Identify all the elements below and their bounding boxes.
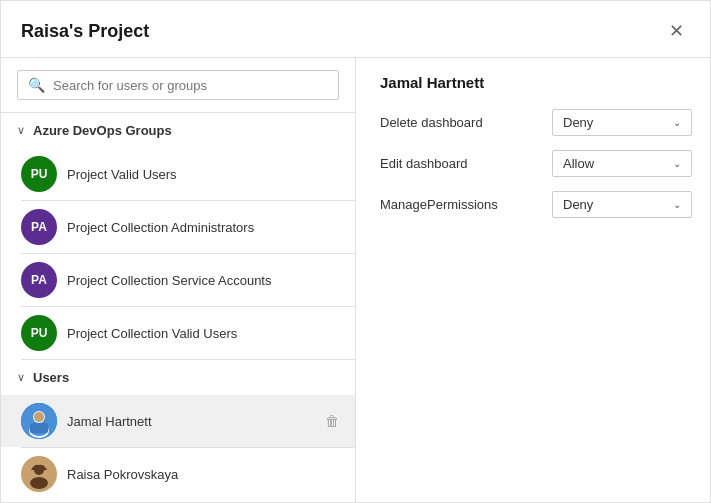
- user-item-raisa[interactable]: Raisa Pokrovskaya: [1, 448, 355, 500]
- select-arrow-manage-icon: ⌄: [673, 199, 681, 210]
- search-input[interactable]: [53, 78, 328, 93]
- svg-rect-5: [30, 423, 48, 433]
- left-panel: 🔍 ∨ Azure DevOps Groups PU Project Valid…: [1, 58, 356, 502]
- user-item-jamal[interactable]: Jamal Hartnett 🗑: [1, 395, 355, 447]
- groups-chevron-icon: ∨: [17, 124, 25, 137]
- user-panel-title: Jamal Hartnett: [380, 74, 686, 91]
- permission-row-manage: ManagePermissions Deny ⌄: [380, 191, 686, 218]
- select-arrow-edit-icon: ⌄: [673, 158, 681, 169]
- permission-label-edit: Edit dashboard: [380, 156, 540, 171]
- avatar-pca: PA: [21, 209, 57, 245]
- avatar-jamal: [21, 403, 57, 439]
- group-item-pvu[interactable]: PU Project Valid Users: [1, 148, 355, 200]
- groups-section-header[interactable]: ∨ Azure DevOps Groups: [1, 113, 355, 148]
- avatar-pcvu: PU: [21, 315, 57, 351]
- user-name-raisa: Raisa Pokrovskaya: [67, 467, 339, 482]
- select-value-manage: Deny: [563, 197, 593, 212]
- permission-row-delete: Delete dashboard Deny ⌄: [380, 109, 686, 136]
- users-section-header[interactable]: ∨ Users: [1, 360, 355, 395]
- avatar-pvu: PU: [21, 156, 57, 192]
- select-value-edit: Allow: [563, 156, 594, 171]
- search-box: 🔍: [17, 70, 339, 100]
- users-chevron-icon: ∨: [17, 371, 25, 384]
- dialog: Raisa's Project ✕ 🔍 ∨ Azure DevOps Group…: [0, 0, 711, 503]
- permission-row-edit: Edit dashboard Allow ⌄: [380, 150, 686, 177]
- close-button[interactable]: ✕: [662, 17, 690, 45]
- permission-label-manage: ManagePermissions: [380, 197, 540, 212]
- group-item-pca[interactable]: PA Project Collection Administrators: [1, 201, 355, 253]
- permission-select-manage[interactable]: Deny ⌄: [552, 191, 692, 218]
- group-name-pcvu: Project Collection Valid Users: [67, 326, 339, 341]
- select-value-delete: Deny: [563, 115, 593, 130]
- permission-select-edit[interactable]: Allow ⌄: [552, 150, 692, 177]
- avatar-raisa: [21, 456, 57, 492]
- users-section-title: Users: [33, 370, 69, 385]
- svg-point-3: [34, 412, 44, 422]
- dialog-body: 🔍 ∨ Azure DevOps Groups PU Project Valid…: [1, 58, 710, 502]
- group-item-pcvu[interactable]: PU Project Collection Valid Users: [1, 307, 355, 359]
- group-name-pca: Project Collection Administrators: [67, 220, 339, 235]
- user-name-jamal: Jamal Hartnett: [67, 414, 315, 429]
- delete-icon[interactable]: 🗑: [325, 413, 339, 429]
- group-item-pcsa[interactable]: PA Project Collection Service Accounts: [1, 254, 355, 306]
- dialog-header: Raisa's Project ✕: [1, 1, 710, 58]
- permission-label-delete: Delete dashboard: [380, 115, 540, 130]
- select-arrow-delete-icon: ⌄: [673, 117, 681, 128]
- avatar-pcsa: PA: [21, 262, 57, 298]
- search-icon: 🔍: [28, 77, 45, 93]
- search-area: 🔍: [1, 58, 355, 113]
- groups-section-title: Azure DevOps Groups: [33, 123, 172, 138]
- permission-select-delete[interactable]: Deny ⌄: [552, 109, 692, 136]
- right-panel: Jamal Hartnett Delete dashboard Deny ⌄ E…: [356, 58, 710, 502]
- group-name-pcsa: Project Collection Service Accounts: [67, 273, 339, 288]
- svg-point-8: [30, 477, 48, 489]
- group-name-pvu: Project Valid Users: [67, 167, 339, 182]
- dialog-title: Raisa's Project: [21, 21, 149, 42]
